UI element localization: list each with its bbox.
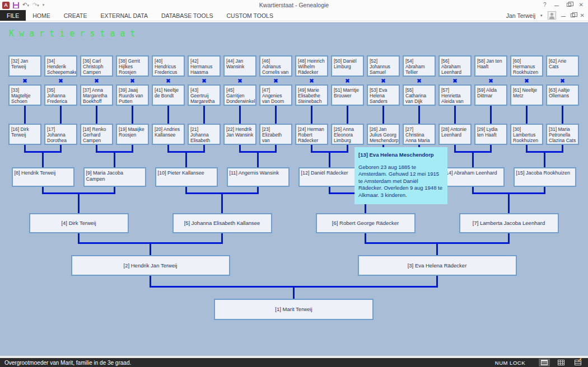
- person-box[interactable]: [61] Neeltje Metz: [510, 84, 543, 106]
- person-box[interactable]: [32] Jan Terweij: [8, 55, 41, 77]
- marriage-icon: ✖: [21, 77, 30, 84]
- person-box[interactable]: [45] Garritjen Donderwinkel: [223, 84, 256, 106]
- person-box[interactable]: [1] Marit Terweij: [214, 299, 374, 320]
- person-box[interactable]: [55] Catharina van Dijk: [403, 84, 436, 106]
- person-box[interactable]: [7] Lamberta Jacoba Leenhard: [459, 213, 559, 233]
- marriage-icon: ✖: [522, 77, 531, 84]
- tree-connector-line: [562, 145, 563, 151]
- person-box[interactable]: [14] Abraham Leenhard: [442, 167, 505, 187]
- tab-custom-tools[interactable]: CUSTOM TOOLS: [220, 10, 280, 21]
- person-box[interactable]: [24] Herman Robert Rädecker: [295, 124, 328, 145]
- person-box[interactable]: [23] Elizabeth van Stuijvenberg: [259, 124, 292, 145]
- tree-connector-line: [365, 233, 366, 242]
- tree-connector-line: [329, 151, 330, 167]
- person-box[interactable]: [60] Hermanus Rookhuizen: [510, 55, 543, 77]
- user-account-label[interactable]: Jan Terweij: [506, 12, 535, 19]
- person-box[interactable]: [52] Johannus Samuel Meschendorp: [367, 55, 400, 77]
- person-box[interactable]: [29] Lydia ten Haaft: [474, 124, 507, 145]
- person-box[interactable]: [30] Lambertus Rookhuizen: [510, 124, 543, 145]
- person-box[interactable]: [28] Antonie Leenhard: [438, 124, 472, 145]
- tree-connector-line: [167, 106, 169, 124]
- datasheet-view-icon[interactable]: [556, 359, 567, 366]
- person-box[interactable]: [27] Christina Anna Maria Elisabeth Tell…: [403, 124, 436, 145]
- tab-create[interactable]: CREATE: [57, 10, 94, 21]
- window-restore-icon[interactable]: [571, 12, 575, 19]
- person-box[interactable]: [25] Anna Eleonora Limburg: [331, 124, 364, 145]
- marriage-icon: ✖: [92, 77, 101, 84]
- person-box[interactable]: [21] Johanna Elisabeth Haasma: [188, 124, 221, 145]
- person-box[interactable]: [4] Dirk Terweij: [29, 213, 129, 233]
- tab-external-data[interactable]: EXTERNAL DATA: [94, 10, 155, 21]
- person-box[interactable]: [3] Eva Helena Rädecker: [358, 255, 517, 276]
- person-box[interactable]: [39] Jaaij Ruurds van Putten: [116, 84, 149, 106]
- tree-connector-line: [508, 233, 510, 242]
- person-box[interactable]: [11] Angernis Wansink: [227, 167, 290, 187]
- layout-view-icon[interactable]: [572, 359, 584, 366]
- person-box[interactable]: [43] Geertruij Margaretha Schild: [188, 84, 221, 106]
- person-box[interactable]: [16] Dirk Terweij: [8, 124, 41, 145]
- person-box[interactable]: [59] Alida Dittmar: [474, 84, 507, 106]
- person-box[interactable]: [57] Henrietta Aleida van Charldorp: [438, 84, 472, 106]
- help-icon[interactable]: ?: [543, 2, 547, 8]
- tab-database-tools[interactable]: DATABASE TOOLS: [155, 10, 220, 21]
- person-box[interactable]: [20] Andries Kallansee: [152, 124, 185, 145]
- person-box[interactable]: [34] Henderik Scheepemaker: [44, 55, 77, 77]
- person-box[interactable]: [54] Abraham Tellier: [403, 55, 436, 77]
- ribbon-tab-row: FILE HOMECREATEEXTERNAL DATADATABASE TOO…: [0, 10, 588, 21]
- person-box[interactable]: [46] Adrianus Cornelis van Stuijvenberg: [259, 55, 292, 77]
- marriage-icon: ✖: [415, 77, 424, 84]
- user-dropdown-icon[interactable]: ▾: [540, 13, 543, 18]
- person-box[interactable]: [58] Jan ten Haaft: [474, 55, 507, 77]
- person-box[interactable]: [8] Hendrik Terweij: [12, 167, 74, 187]
- avatar[interactable]: [548, 11, 556, 20]
- tree-connector-line: [562, 106, 563, 124]
- close-icon[interactable]: ✕: [579, 2, 584, 8]
- person-box[interactable]: [44] Jan Wansink: [223, 55, 256, 77]
- tree-connector-line: [96, 145, 97, 151]
- marriage-icon: ✖: [164, 77, 173, 84]
- person-box[interactable]: [22] Hendrik Jan Wansink: [223, 124, 256, 145]
- person-box[interactable]: [5] Johanna Elisabeth Kallansee: [172, 213, 272, 233]
- window-close-icon[interactable]: ✕: [580, 12, 585, 19]
- person-box[interactable]: [41] Neeltje de Bondt: [152, 84, 185, 106]
- person-box[interactable]: [53] Eva Helena Sanders: [367, 84, 400, 106]
- person-box[interactable]: [49] Marie Elisabethe Steinebach: [295, 84, 328, 106]
- tree-connector-line: [454, 106, 456, 124]
- restore-icon[interactable]: [567, 2, 571, 8]
- person-box[interactable]: [19] Maaijke Roosjen: [116, 124, 149, 145]
- tooltip-title: [13] Eva Helena Meschendorp: [358, 152, 444, 159]
- minimize-icon[interactable]: [554, 2, 559, 8]
- person-box[interactable]: [47] Angenies van Doorn: [259, 84, 292, 106]
- person-box[interactable]: [9] Maria Jacoba Campen: [83, 167, 146, 187]
- person-box[interactable]: [40] Hendricus Fredericus Kallansee: [152, 55, 185, 77]
- person-box[interactable]: [33] Magteltje Schoen: [8, 84, 41, 106]
- person-box[interactable]: [15] Jacoba Rookhuizen: [514, 167, 576, 187]
- person-box[interactable]: [10] Pieter Kallansee: [155, 167, 218, 187]
- person-box[interactable]: [62] Arie Cats: [546, 55, 579, 77]
- person-box[interactable]: [42] Hermanus Haasma: [188, 55, 221, 77]
- person-box[interactable]: [36] Carl Christoph Campen: [80, 55, 113, 77]
- person-box[interactable]: [35] Johanna Frederica Helle: [44, 84, 77, 106]
- person-box[interactable]: [48] Heinrich Wilhelm Rädecker: [295, 55, 328, 77]
- form-view-icon[interactable]: [539, 359, 550, 366]
- person-box[interactable]: [56] Abraham Leenhard: [438, 55, 472, 77]
- person-box[interactable]: [12] Daniël Rädecker: [298, 167, 361, 187]
- person-box[interactable]: [26] Jan Julius Georg Meschendorp: [367, 124, 400, 145]
- tree-connector-line: [150, 242, 151, 255]
- person-box[interactable]: [63] Aaltje Ollemans: [546, 84, 579, 106]
- person-box[interactable]: [6] Robert George Rädecker: [316, 213, 416, 233]
- person-box[interactable]: [18] Renko Gerhard Campen: [80, 124, 113, 145]
- person-box[interactable]: [38] Gerrit Hijlkes Roosjen: [116, 55, 149, 77]
- person-box[interactable]: [17] Johanna Dorothea Sophia Scheepemake…: [44, 124, 77, 145]
- person-box[interactable]: [2] Hendrik Jan Terweij: [71, 255, 230, 276]
- person-box[interactable]: [37] Anna Margaretha Boekhoff: [80, 84, 113, 106]
- tab-file[interactable]: FILE: [0, 10, 26, 21]
- tab-home[interactable]: HOME: [26, 10, 57, 21]
- tree-connector-line: [257, 151, 259, 167]
- window-minimize-icon[interactable]: [561, 12, 566, 19]
- tree-connector-line: [418, 106, 420, 124]
- person-box[interactable]: [51] Marritje Brouwer: [331, 84, 364, 106]
- tree-connector-line: [436, 276, 438, 286]
- person-box[interactable]: [50] Daniël Limburg: [331, 55, 364, 77]
- person-box[interactable]: [31] Maria Petronella Clazina Cats: [546, 124, 579, 145]
